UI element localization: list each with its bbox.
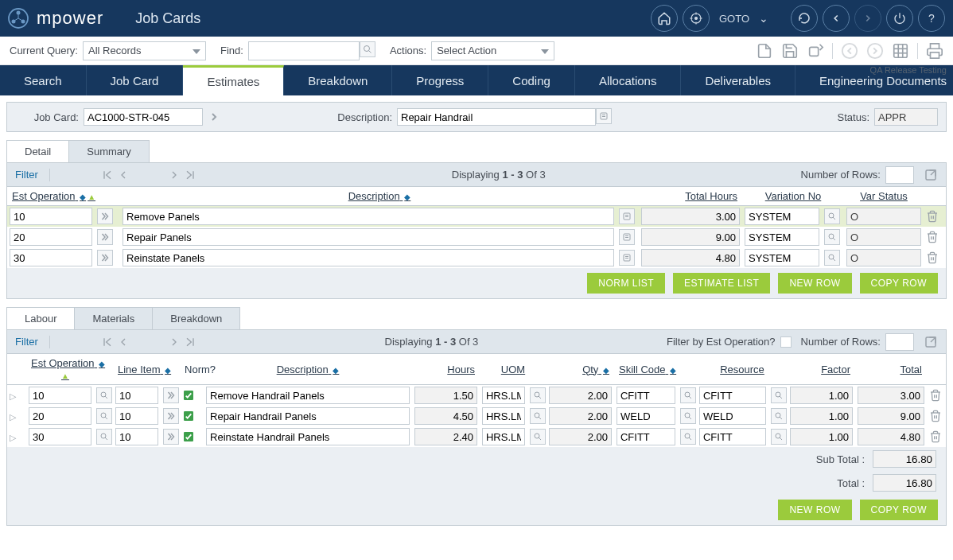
g1-desc-detail-icon[interactable]	[619, 250, 635, 266]
g2-norm-icon[interactable]	[182, 430, 201, 443]
col-varno1[interactable]: Variation No	[765, 190, 822, 202]
col-desc1[interactable]: Description	[348, 190, 400, 202]
g1-desc-detail-icon[interactable]	[619, 208, 635, 224]
g2-op-input[interactable]	[29, 407, 91, 425]
g2-skill-lookup-icon[interactable]	[680, 408, 696, 424]
find-input[interactable]	[248, 41, 360, 60]
subtab-materials[interactable]: Materials	[74, 307, 153, 329]
g2-delete-icon[interactable]	[929, 410, 943, 422]
g2-expand-icon[interactable]: ▷	[10, 412, 16, 422]
tab-deliverables[interactable]: Deliverables	[681, 65, 795, 95]
g2-uom-input[interactable]	[482, 387, 525, 404]
tab-estimates[interactable]: Estimates	[183, 65, 284, 95]
g2-li-input[interactable]	[115, 428, 158, 445]
col-qty2[interactable]: Qty	[582, 364, 598, 375]
g2-op-lookup-icon[interactable]	[96, 429, 112, 445]
g1-desc-input[interactable]	[123, 228, 614, 246]
grid2-filter-link[interactable]: Filter	[15, 336, 38, 348]
jobcard-chev-icon[interactable]	[208, 111, 220, 123]
tab-breakdown[interactable]: Breakdown	[284, 65, 392, 95]
grid2-last-icon[interactable]	[184, 336, 196, 348]
g1-desc-input[interactable]	[123, 208, 614, 225]
description-value[interactable]	[397, 108, 596, 126]
grid2-next-icon[interactable]	[168, 336, 181, 348]
g2-li-input[interactable]	[115, 407, 158, 425]
g2-desc-input[interactable]	[206, 428, 410, 445]
g1-op-chev-icon[interactable]	[97, 229, 113, 245]
col-factor2[interactable]: Factor	[821, 364, 850, 375]
actions-select[interactable]: Select Action	[431, 41, 554, 60]
g2-skill-lookup-icon[interactable]	[680, 387, 696, 403]
g1-varno-input[interactable]	[745, 249, 819, 266]
new-doc-icon[interactable]	[756, 42, 773, 60]
next-icon[interactable]	[854, 5, 881, 32]
grid2-first-icon[interactable]	[101, 336, 114, 348]
grid1-popout-icon[interactable]	[924, 168, 938, 182]
g1-delete-icon[interactable]	[926, 251, 943, 264]
save-icon[interactable]	[781, 42, 799, 60]
col-skill2[interactable]: Skill Code	[619, 364, 666, 375]
refresh-icon[interactable]	[791, 5, 818, 32]
col-estop2[interactable]: Est Operation	[31, 357, 95, 369]
g2-skill-input[interactable]	[617, 387, 675, 404]
g1-varno-lookup-icon[interactable]	[824, 250, 840, 266]
g1-op-chev-icon[interactable]	[97, 250, 113, 266]
g1-op-input[interactable]	[10, 228, 92, 246]
g1-op-input[interactable]	[10, 249, 92, 266]
g2-li-chev-icon[interactable]	[163, 387, 179, 403]
g1-desc-detail-icon[interactable]	[619, 229, 635, 245]
g2-hours-input[interactable]	[414, 407, 477, 425]
g2-desc-input[interactable]	[206, 407, 410, 425]
col-total2[interactable]: Total	[900, 364, 922, 375]
filterby-checkbox[interactable]	[780, 336, 792, 348]
grid2-newrow-button[interactable]: NEW ROW	[778, 500, 851, 520]
col-th1[interactable]: Total Hours	[685, 190, 737, 202]
prev-icon[interactable]	[823, 5, 850, 32]
g2-res-lookup-icon[interactable]	[771, 387, 787, 403]
g2-res-input[interactable]	[699, 428, 766, 445]
tab-jobcard[interactable]: Job Card	[87, 65, 184, 95]
subtab-labour[interactable]: Labour	[6, 307, 75, 329]
prev-rec-icon[interactable]	[841, 42, 858, 60]
g2-norm-icon[interactable]	[182, 410, 201, 422]
col-estop1[interactable]: Est Operation	[12, 190, 76, 202]
g2-li-chev-icon[interactable]	[163, 408, 179, 424]
description-detail-icon[interactable]	[596, 108, 612, 124]
tab-search[interactable]: Search	[0, 65, 87, 95]
grid1-first-icon[interactable]	[101, 169, 114, 181]
find-search-icon[interactable]	[360, 41, 375, 57]
grid1-newrow-button[interactable]: NEW ROW	[778, 273, 851, 294]
g1-delete-icon[interactable]	[926, 210, 943, 223]
g2-op-lookup-icon[interactable]	[96, 387, 112, 403]
g2-uom-input[interactable]	[482, 407, 525, 425]
clear-icon[interactable]	[807, 42, 824, 60]
help-icon[interactable]: ?	[918, 5, 945, 32]
grid1-last-icon[interactable]	[184, 169, 196, 181]
col-norm2[interactable]: Norm?	[185, 364, 216, 375]
g2-res-lookup-icon[interactable]	[771, 408, 787, 424]
g2-uom-lookup-icon[interactable]	[530, 429, 546, 445]
grid2-numrows-input[interactable]	[885, 333, 914, 351]
grid1-prev-icon[interactable]	[117, 169, 130, 181]
tab-allocations[interactable]: Allocations	[575, 65, 682, 95]
col-li2[interactable]: Line Item	[118, 364, 160, 375]
grid1-filter-link[interactable]: Filter	[15, 169, 38, 181]
power-icon[interactable]	[886, 5, 913, 32]
col-res2[interactable]: Resource	[720, 364, 764, 375]
grid-icon[interactable]	[892, 42, 909, 60]
tab-progress[interactable]: Progress	[392, 65, 488, 95]
g2-desc-input[interactable]	[206, 387, 410, 404]
g1-op-input[interactable]	[10, 208, 92, 225]
g1-varno-input[interactable]	[745, 208, 819, 225]
g2-qty-input[interactable]	[549, 407, 612, 425]
g2-expand-icon[interactable]: ▷	[10, 433, 16, 442]
g2-li-chev-icon[interactable]	[163, 429, 179, 445]
g2-uom-lookup-icon[interactable]	[530, 408, 546, 424]
g2-res-lookup-icon[interactable]	[771, 429, 787, 445]
normlist-button[interactable]: NORM LIST	[587, 273, 665, 294]
g2-skill-input[interactable]	[617, 407, 675, 425]
grid2-copyrow-button[interactable]: COPY ROW	[860, 500, 938, 520]
jobcard-value[interactable]	[84, 108, 203, 126]
col-uom2[interactable]: UOM	[501, 364, 525, 375]
g1-varno-input[interactable]	[745, 228, 819, 246]
